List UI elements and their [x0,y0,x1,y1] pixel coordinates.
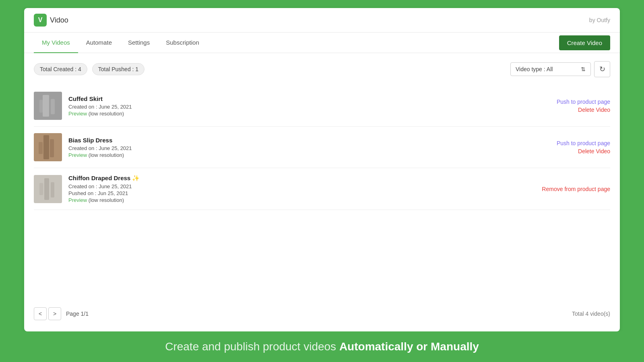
total-videos-label: Total 4 video(s) [572,311,610,317]
svg-rect-3 [39,100,43,113]
video-info: Bias Slip Dress Created on : June 25, 20… [68,137,132,158]
tab-settings[interactable]: Settings [120,33,158,53]
push-to-product-page-link[interactable]: Push to product page [557,140,610,146]
next-page-button[interactable]: > [48,307,61,320]
video-preview-link[interactable]: Preview (low resolution) [68,197,140,203]
video-pushed: Pushed on : Jun 25, 2021 [68,190,140,196]
prev-page-button[interactable]: < [34,307,47,320]
video-title: Cuffed Skirt [68,95,132,102]
svg-rect-6 [50,139,54,157]
stats-right: Video type : All ⇅ ↻ [510,61,610,77]
preview-suffix: (low resolution) [87,152,124,158]
svg-rect-7 [39,142,43,154]
video-actions: Push to product page Delete Video [557,140,610,154]
tab-automate[interactable]: Automate [78,33,120,53]
nav-tabs: My Videos Automate Settings Subscription [34,33,207,53]
logo-icon: V [34,14,47,27]
create-video-button[interactable]: Create Video [559,35,610,50]
total-pushed-badge: Total Pushed : 1 [92,63,144,75]
tab-subscription[interactable]: Subscription [158,33,207,53]
banner-text: Create and publish product videos Automa… [24,340,620,353]
main-card: V Vidoo by Outfy My Videos Automate Sett… [24,8,620,331]
stats-left: Total Created : 4 Total Pushed : 1 [34,63,144,75]
total-created-badge: Total Created : 4 [34,63,87,75]
pagination-row: < > Page 1/1 Total 4 video(s) [34,301,610,323]
video-list: Cuffed Skirt Created on : June 25, 2021 … [34,85,610,301]
svg-rect-11 [39,183,43,195]
page-info: Page 1/1 [66,311,89,317]
stats-row: Total Created : 4 Total Pushed : 1 Video… [34,61,610,77]
preview-suffix: (low resolution) [87,197,124,203]
video-item: Chiffon Draped Dress ✨ Created on : June… [34,168,610,210]
remove-from-product-page-link[interactable]: Remove from product page [542,186,610,192]
app-logo: V Vidoo [34,14,68,27]
video-info: Chiffon Draped Dress ✨ Created on : June… [68,175,140,203]
video-thumbnail [34,92,62,120]
app-wrapper: V Vidoo by Outfy My Videos Automate Sett… [0,0,644,362]
preview-suffix: (low resolution) [87,111,124,117]
pagination-controls: < > Page 1/1 [34,307,89,320]
video-item: Bias Slip Dress Created on : June 25, 20… [34,127,610,168]
banner-text-normal: Create and publish product videos [165,340,339,353]
video-left: Bias Slip Dress Created on : June 25, 20… [34,133,132,161]
svg-rect-10 [51,182,54,197]
push-to-product-page-link[interactable]: Push to product page [557,99,610,105]
app-header: V Vidoo by Outfy [24,8,620,33]
delete-video-link[interactable]: Delete Video [578,148,610,154]
video-left: Cuffed Skirt Created on : June 25, 2021 … [34,92,132,120]
video-item: Cuffed Skirt Created on : June 25, 2021 … [34,85,610,127]
video-info: Cuffed Skirt Created on : June 25, 2021 … [68,95,132,117]
video-actions: Push to product page Delete Video [557,99,610,113]
sort-icon: ⇅ [581,66,586,72]
video-title: Bias Slip Dress [68,137,132,144]
tab-my-videos[interactable]: My Videos [34,33,78,53]
svg-rect-5 [43,135,49,159]
banner-text-bold: Automatically or Manually [339,340,479,353]
svg-rect-2 [51,99,55,114]
video-actions: Remove from product page [542,186,610,192]
video-type-label: Video type : All [516,66,553,72]
video-created: Created on : June 25, 2021 [68,145,132,151]
bottom-banner: Create and publish product videos Automa… [0,331,644,362]
video-created: Created on : June 25, 2021 [68,183,140,189]
video-created: Created on : June 25, 2021 [68,104,132,110]
svg-rect-1 [43,95,49,117]
video-left: Chiffon Draped Dress ✨ Created on : June… [34,175,140,203]
content-area: Total Created : 4 Total Pushed : 1 Video… [24,53,620,331]
nav-bar: My Videos Automate Settings Subscription… [24,33,620,53]
video-title: Chiffon Draped Dress ✨ [68,175,140,182]
video-thumbnail [34,133,62,161]
by-outfy-label: by Outfy [589,17,610,23]
svg-rect-9 [44,178,49,200]
video-preview-link[interactable]: Preview (low resolution) [68,111,132,117]
video-type-select[interactable]: Video type : All ⇅ [510,62,591,76]
video-preview-link[interactable]: Preview (low resolution) [68,152,132,158]
delete-video-link[interactable]: Delete Video [578,107,610,113]
app-name: Vidoo [50,16,68,25]
refresh-button[interactable]: ↻ [594,61,610,77]
video-thumbnail [34,175,62,203]
